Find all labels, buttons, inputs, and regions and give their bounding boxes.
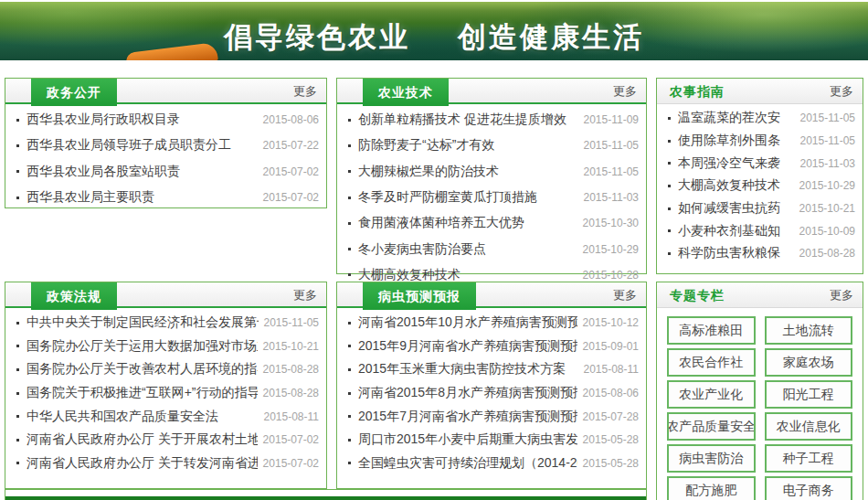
item-title[interactable]: 西华县农业局各股室站职责 [26, 164, 258, 180]
item-title[interactable]: 国务院办公厅关于运用大数据加强对市场主 [26, 338, 258, 355]
item-title[interactable]: 河南省2015年8月水产养殖病害预测预报 [358, 385, 577, 401]
list-item[interactable]: 西华县农业局各股室站职责2015-07-02 [16, 159, 319, 185]
slogan-right: 创造健康生活 [458, 21, 644, 53]
item-date: 2015-08-28 [258, 363, 319, 376]
topic-button-informatization[interactable]: 农业信息化 [765, 412, 853, 441]
item-title[interactable]: 国务院关于积极推进“互联网+”行动的指导 [26, 385, 258, 401]
list-item[interactable]: 大棚辣椒烂果的防治技术2015-11-05 [348, 159, 639, 185]
list-item[interactable]: 西华县农业局行政职权目录2015-08-06 [16, 107, 319, 133]
more-link[interactable]: 更多 [293, 79, 317, 104]
list-item[interactable]: 如何减缓害虫抗药2015-10-21 [668, 197, 855, 220]
list-item[interactable]: 大棚高效复种技术2015-10-29 [668, 175, 855, 197]
item-title[interactable]: 创新单粒精播技术 促进花生提质增效 [358, 112, 578, 128]
item-title[interactable]: 温室蔬菜的茬次安 [678, 110, 795, 126]
list-item[interactable]: 国务院关于积极推进“互联网+”行动的指导2015-08-28 [16, 381, 319, 405]
item-title[interactable]: 使用除草剂外围条 [678, 133, 795, 149]
item-date: 2015-07-02 [258, 433, 319, 446]
list-item[interactable]: 国务院办公厅关于改善农村人居环境的指导2015-08-28 [16, 357, 319, 381]
list-item[interactable]: 河南省2015年10月水产养殖病害预测预报2015-10-12 [348, 311, 639, 335]
item-title[interactable]: 2015年玉米重大病虫害防控技术方案 [358, 361, 578, 378]
list-item[interactable]: 周口市2015年小麦中后期重大病虫害发生趋2015-05-28 [348, 428, 639, 452]
item-date: 2015-10-29 [794, 179, 855, 192]
item-title[interactable]: 河南省2015年10月水产养殖病害预测预报 [358, 314, 577, 331]
topic-button-fertilization[interactable]: 配方施肥 [667, 476, 756, 500]
panel-gov-affairs: 政务公开 更多 西华县农业局行政职权目录2015-08-06 西华县农业局领导班… [5, 78, 327, 208]
topic-button-seed-project[interactable]: 种子工程 [765, 444, 853, 473]
panel-title: 专题专栏 [670, 282, 725, 308]
item-title[interactable]: 2015年9月河南省水产养殖病害预测预报 [358, 338, 577, 355]
more-link[interactable]: 更多 [293, 282, 317, 308]
topic-button-cooperatives[interactable]: 农民合作社 [667, 348, 756, 377]
list-item[interactable]: 河南省人民政府办公厅 关于开展农村土地承2015-07-02 [16, 428, 319, 452]
item-title[interactable]: 本周强冷空气来袭 [678, 155, 795, 172]
topic-button-family-farms[interactable]: 家庭农场 [765, 348, 853, 377]
item-date: 2015-10-30 [577, 217, 639, 229]
panel-header: 政策法规 更多 [5, 282, 326, 308]
item-date: 2015-11-09 [578, 113, 640, 126]
topic-button-grain-fields[interactable]: 高标准粮田 [667, 316, 756, 345]
list-item[interactable]: 国务院办公厅关于运用大数据加强对市场主2015-10-21 [16, 335, 319, 358]
more-link[interactable]: 更多 [830, 282, 853, 308]
list-item[interactable]: 冬小麦病虫害防治要点2015-10-29 [348, 236, 639, 261]
more-link[interactable]: 更多 [613, 79, 637, 104]
slogan-left: 倡导绿色农业 [224, 21, 410, 53]
list-item[interactable]: 2015年9月河南省水产养殖病害预测预报2015-09-01 [348, 335, 639, 358]
item-title[interactable]: 河南省人民政府办公厅 关于开展农村土地承 [26, 431, 258, 448]
topic-button-sunshine-project[interactable]: 阳光工程 [765, 380, 853, 409]
topic-button-pest-control[interactable]: 病虫害防治 [667, 444, 756, 473]
item-date: 2015-08-28 [258, 387, 319, 399]
list-item[interactable]: 全国蝗虫灾害可持续治理规划（2014-2020年2015-05-28 [348, 452, 639, 475]
more-link[interactable]: 更多 [613, 282, 637, 308]
panel-pest-forecast: 病虫预测预报 更多 河南省2015年10月水产养殖病害预测预报2015-10-1… [336, 282, 647, 489]
item-date: 2015-10-28 [577, 269, 639, 282]
list-item[interactable]: 使用除草剂外围条2015-11-05 [668, 130, 855, 153]
more-link[interactable]: 更多 [830, 79, 853, 104]
list-item[interactable]: 西华县农业局主要职责2015-07-02 [16, 185, 319, 210]
item-title[interactable]: 防除野麦子“达标”才有效 [358, 137, 578, 154]
list-item[interactable]: 本周强冷空气来袭2015-11-03 [668, 152, 855, 175]
item-date: 2015-08-06 [577, 387, 639, 399]
topic-button-industrialization[interactable]: 农业产业化 [667, 380, 756, 409]
list-item[interactable]: 创新单粒精播技术 促进花生提质增效2015-11-09 [348, 107, 639, 133]
item-title[interactable]: 西华县农业局行政职权目录 [26, 112, 258, 128]
item-title[interactable]: 冬小麦病虫害防治要点 [358, 241, 577, 258]
item-date: 2015-11-03 [578, 191, 640, 204]
item-title[interactable]: 中华人民共和国农产品质量安全法 [26, 409, 259, 425]
list-item[interactable]: 科学防虫害秋粮保2015-08-28 [668, 242, 855, 265]
news-list: 河南省2015年10月水产养殖病害预测预报2015-10-12 2015年9月河… [337, 308, 646, 474]
list-item[interactable]: 河南省2015年8月水产养殖病害预测预报2015-08-06 [348, 381, 639, 405]
item-title[interactable]: 中共中央关于制定国民经济和社会发展第十 [26, 314, 259, 331]
list-item[interactable]: 食用菌液体菌种培养五大优势2015-10-30 [348, 210, 639, 236]
list-item[interactable]: 西华县农业局领导班子成员职责分工2015-07-22 [16, 133, 319, 158]
list-item[interactable]: 2015年玉米重大病虫害防控技术方案2015-08-11 [348, 357, 639, 381]
list-item[interactable]: 2015年7月河南省水产养殖病害预测预报2015-07-28 [348, 404, 639, 428]
item-title[interactable]: 小麦种衣剂基础知 [678, 223, 794, 239]
item-title[interactable]: 2015年7月河南省水产养殖病害预测预报 [358, 409, 577, 425]
item-title[interactable]: 如何减缓害虫抗药 [678, 200, 794, 217]
list-item[interactable]: 河南省人民政府办公厅 关于转发河南省进一2015-07-02 [16, 452, 319, 475]
item-date: 2015-10-29 [577, 243, 639, 256]
topic-button-ecommerce[interactable]: 电子商务 [765, 476, 853, 500]
news-list: 温室蔬菜的茬次安2015-11-05 使用除草剂外围条2015-11-05 本周… [657, 104, 863, 265]
item-title[interactable]: 西华县农业局主要职责 [26, 189, 258, 206]
item-title[interactable]: 国务院办公厅关于改善农村人居环境的指导 [26, 361, 258, 378]
topic-button-product-safety[interactable]: 农产品质量安全 [667, 412, 756, 441]
item-title[interactable]: 食用菌液体菌种培养五大优势 [358, 215, 577, 231]
list-item[interactable]: 温室蔬菜的茬次安2015-11-05 [668, 107, 855, 130]
list-item[interactable]: 中共中央关于制定国民经济和社会发展第十2015-11-05 [16, 311, 319, 335]
list-item[interactable]: 中华人民共和国农产品质量安全法2015-08-11 [16, 404, 319, 428]
list-item[interactable]: 小麦种衣剂基础知2015-10-09 [668, 219, 855, 242]
item-date: 2015-08-11 [259, 410, 320, 423]
list-item[interactable]: 防除野麦子“达标”才有效2015-11-05 [348, 133, 639, 158]
item-title[interactable]: 大棚辣椒烂果的防治技术 [358, 164, 578, 180]
item-title[interactable]: 河南省人民政府办公厅 关于转发河南省进一 [26, 455, 258, 472]
item-title[interactable]: 西华县农业局领导班子成员职责分工 [26, 137, 258, 154]
item-title[interactable]: 科学防虫害秋粮保 [678, 245, 794, 261]
item-date: 2015-11-05 [578, 139, 640, 152]
topic-button-land-transfer[interactable]: 土地流转 [765, 316, 853, 345]
item-title[interactable]: 周口市2015年小麦中后期重大病虫害发生趋 [358, 431, 577, 448]
item-title[interactable]: 冬季及时严防棚室黄瓜打顶措施 [358, 189, 578, 206]
item-title[interactable]: 全国蝗虫灾害可持续治理规划（2014-2020年 [358, 455, 577, 472]
list-item[interactable]: 冬季及时严防棚室黄瓜打顶措施2015-11-03 [348, 185, 639, 210]
item-title[interactable]: 大棚高效复种技术 [678, 177, 794, 194]
